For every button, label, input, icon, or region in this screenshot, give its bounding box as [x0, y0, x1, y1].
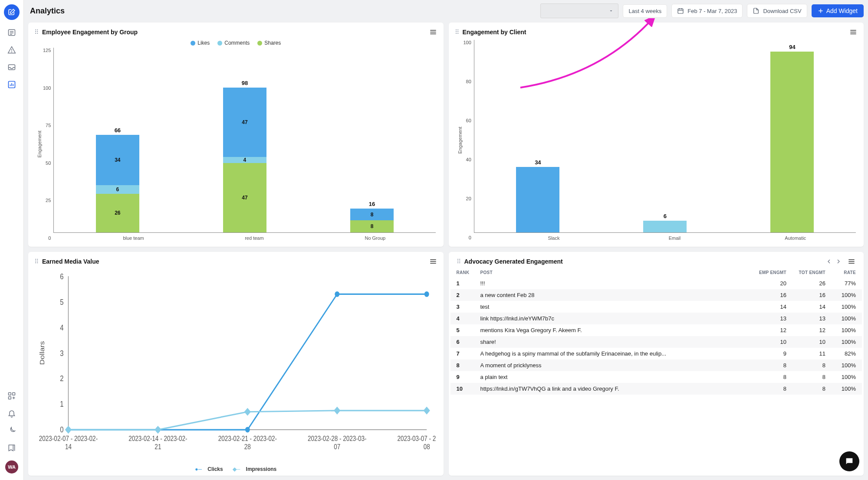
page-title: Analytics [28, 7, 65, 16]
add-widget-button[interactable]: Add Widget [812, 4, 864, 17]
table-row[interactable]: 2a new content Feb 281616100% [450, 289, 862, 301]
svg-text:4: 4 [60, 323, 63, 331]
table-row[interactable]: 9a plain text88100% [450, 371, 862, 383]
svg-rect-12 [13, 393, 15, 395]
bars-area: 662663498474471688 [53, 48, 435, 233]
card-engagement-client: ⠿ Engagement by Client Engagement 100806… [449, 23, 864, 247]
table-headers: RANK POST EMP ENGMT TOT ENGMT RATE [450, 268, 862, 278]
chat-launcher[interactable] [839, 451, 859, 471]
drag-handle[interactable]: ⠿ [34, 29, 39, 36]
svg-text:2: 2 [60, 374, 63, 382]
svg-rect-56 [65, 425, 72, 433]
bars-area: 34694 [474, 40, 856, 233]
period-selector[interactable]: Last 4 weeks [623, 4, 667, 18]
y-label: Engagement [457, 40, 464, 241]
content-grid: ⠿ Employee Engagement by Group Likes Com… [24, 18, 868, 480]
calendar-icon [677, 7, 684, 14]
date-range-selector[interactable]: Feb 7 - Mar 7, 2023 [671, 4, 743, 18]
download-label: Download CSV [763, 8, 801, 14]
card-menu-button[interactable] [429, 28, 437, 36]
apps-icon[interactable] [7, 391, 16, 401]
svg-point-5 [12, 52, 12, 52]
svg-text:1: 1 [60, 400, 63, 408]
inbox-icon[interactable] [7, 62, 16, 72]
svg-rect-11 [9, 393, 11, 395]
table-row[interactable]: 1!!!202677% [450, 278, 862, 289]
svg-text:2023-02-28 - 2023-03-: 2023-02-28 - 2023-03- [308, 434, 366, 442]
download-csv-button[interactable]: Download CSV [747, 4, 807, 18]
table-row[interactable]: 3test1414100% [450, 301, 862, 313]
x-labels: blue teamred teamNo Group [53, 235, 435, 241]
bell-icon[interactable] [7, 408, 16, 418]
card-menu-button[interactable] [849, 28, 858, 36]
y-ticks: 1251007550250 [43, 48, 53, 241]
drag-handle[interactable]: ⠿ [457, 258, 461, 265]
avatar[interactable]: WA [5, 460, 18, 473]
svg-text:3: 3 [60, 349, 63, 357]
svg-point-53 [245, 427, 250, 432]
svg-text:2023-02-21 - 2023-02-: 2023-02-21 - 2023-02- [218, 434, 277, 442]
plus-icon [818, 8, 824, 14]
table-body: 1!!!202677%2a new content Feb 281616100%… [450, 278, 862, 395]
bookmark-icon[interactable] [7, 443, 16, 453]
svg-rect-57 [155, 425, 161, 433]
svg-rect-60 [424, 406, 430, 414]
drag-handle[interactable]: ⠿ [455, 29, 459, 36]
card-earned-media: ⠿ Earned Media Value 0123456Dollars2023-… [28, 252, 444, 476]
svg-text:5: 5 [60, 297, 63, 306]
legend-comments: Comments [224, 40, 250, 46]
chevron-down-icon [608, 8, 614, 13]
table-row[interactable]: 8A moment of pricklyness88100% [450, 359, 862, 371]
line-chart: 0123456Dollars2023-02-07 - 2023-02-14202… [36, 269, 436, 465]
chevron-left-icon[interactable] [825, 258, 832, 265]
svg-point-54 [335, 291, 339, 297]
card-title: Employee Engagement by Group [42, 29, 138, 36]
svg-rect-58 [244, 408, 251, 415]
svg-rect-16 [678, 9, 683, 13]
svg-text:Dollars: Dollars [38, 341, 45, 365]
analytics-icon[interactable] [7, 80, 16, 89]
svg-text:6: 6 [60, 272, 63, 280]
card-menu-button[interactable] [847, 257, 856, 266]
alert-icon[interactable] [7, 45, 16, 55]
add-widget-label: Add Widget [826, 7, 858, 14]
svg-text:08: 08 [424, 443, 430, 451]
legend: ●─ Clicks ◆─ Impressions [36, 464, 436, 476]
legend-likes: Likes [197, 40, 210, 46]
avatar-initials: WA [8, 464, 16, 470]
sidebar: WA [0, 0, 24, 480]
svg-text:2023-03-07 - 2023-03-: 2023-03-07 - 2023-03- [398, 434, 436, 442]
filter-dropdown[interactable] [540, 3, 618, 18]
file-icon [753, 7, 760, 14]
x-labels: SlackEmailAutomatic [474, 235, 856, 241]
moon-icon[interactable] [7, 426, 16, 435]
main: Analytics Last 4 weeks Feb 7 - Mar 7, 20… [24, 0, 868, 480]
table-row[interactable]: 4link https://lnkd.in/eYWM7b7c1313100% [450, 313, 862, 324]
table-row[interactable]: 5mentions Kira Vega Gregory F. Akeem F.1… [450, 324, 862, 336]
legend: Likes Comments Shares [36, 40, 436, 46]
y-label: Engagement [36, 48, 43, 241]
y-ticks: 100806040200 [464, 40, 474, 241]
svg-text:2023-02-07 - 2023-02-: 2023-02-07 - 2023-02- [39, 434, 98, 442]
date-range-label: Feb 7 - Mar 7, 2023 [687, 8, 737, 14]
chevron-right-icon[interactable] [835, 258, 842, 265]
drag-handle[interactable]: ⠿ [34, 258, 39, 265]
card-advocacy-table: ⠿ Advocacy Generated Engagement RANK POS… [449, 252, 864, 476]
table-row[interactable]: 10https://lnkd.in/gTW7VhQG a link and a … [450, 383, 862, 395]
svg-rect-59 [334, 406, 340, 414]
svg-point-55 [424, 291, 429, 297]
legend-impressions: Impressions [246, 466, 277, 472]
table-row[interactable]: 6share!1010100% [450, 336, 862, 348]
table-row[interactable]: 7A hedgehog is a spiny mammal of the sub… [450, 348, 862, 359]
news-icon[interactable] [7, 28, 16, 37]
svg-text:2023-02-14 - 2023-02-: 2023-02-14 - 2023-02- [128, 434, 187, 442]
legend-shares: Shares [264, 40, 281, 46]
svg-text:28: 28 [244, 443, 251, 451]
card-title: Advocacy Generated Engagement [464, 258, 563, 265]
legend-clicks: Clicks [207, 466, 223, 472]
compose-button[interactable] [4, 4, 20, 20]
svg-text:14: 14 [65, 443, 72, 451]
card-menu-button[interactable] [429, 257, 437, 266]
svg-text:07: 07 [334, 443, 340, 451]
topbar: Analytics Last 4 weeks Feb 7 - Mar 7, 20… [24, 0, 868, 18]
